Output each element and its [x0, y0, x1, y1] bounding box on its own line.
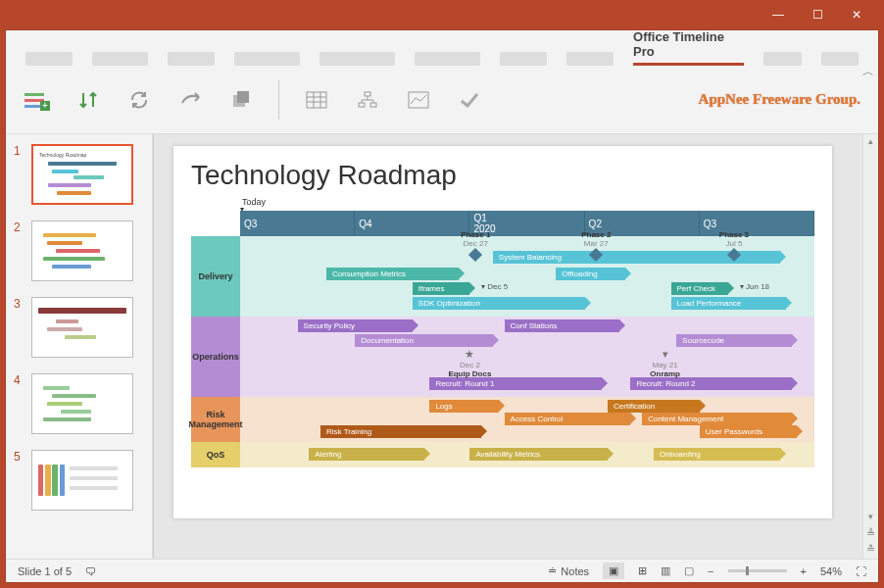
- ribbon-tab-placeholder[interactable]: [168, 52, 215, 66]
- ribbon-tab-placeholder[interactable]: [500, 52, 547, 66]
- status-bar: Slide 1 of 5 🗨 ≐ Notes ▣ ⊞ ▥ ▢ − + 54% ⛶: [6, 559, 878, 582]
- task-bar[interactable]: Recruit: Round 2: [630, 377, 791, 390]
- ribbon-tab-placeholder[interactable]: [25, 52, 73, 66]
- swimlane-body[interactable]: AlertingAvailability MetricsOnboarding: [240, 442, 814, 467]
- ribbon-tab-placeholder[interactable]: [415, 52, 480, 66]
- task-bar[interactable]: Risk Training: [320, 425, 481, 438]
- hierarchy-icon[interactable]: [354, 86, 381, 114]
- collapse-ribbon-icon[interactable]: ︿: [862, 64, 874, 80]
- task-annotation: ▾ Jun 18: [740, 282, 769, 291]
- task-bar[interactable]: Iframes: [413, 282, 470, 295]
- svg-rect-12: [365, 92, 370, 96]
- sync-icon[interactable]: [125, 86, 153, 114]
- thumbnail-5[interactable]: 5: [14, 450, 144, 511]
- task-bar[interactable]: Sourcecode: [676, 334, 791, 347]
- ribbon-toolbar: + AppNee Freeware Group. ︿: [6, 66, 878, 134]
- task-bar[interactable]: Onboarding: [654, 448, 780, 461]
- slide-editor[interactable]: Technology Roadmap Today ▾ Q3Q4Q12020Q2Q…: [153, 134, 878, 559]
- comments-icon[interactable]: 🗨: [85, 565, 96, 577]
- thumbnail-preview[interactable]: [31, 297, 133, 358]
- swimlane-risk: Risk Management LogsCertificationAccess …: [191, 397, 814, 442]
- slide-canvas[interactable]: Technology Roadmap Today ▾ Q3Q4Q12020Q2Q…: [173, 146, 832, 518]
- slideshow-icon[interactable]: ▢: [684, 564, 694, 577]
- task-bar[interactable]: Consumption Metrics: [326, 268, 459, 280]
- task-bar[interactable]: Recruit: Round 1: [429, 377, 602, 390]
- task-bar[interactable]: Logs: [429, 400, 498, 413]
- brand-watermark: AppNee Freeware Group.: [699, 91, 860, 108]
- thumbnail-preview[interactable]: [31, 450, 133, 511]
- svg-rect-7: [307, 92, 326, 108]
- thumbnail-2[interactable]: 2: [14, 220, 144, 281]
- zoom-slider[interactable]: [728, 569, 787, 572]
- ribbon-separator: [278, 80, 279, 120]
- ribbon-tab-office-timeline[interactable]: Office Timeline Pro: [633, 29, 744, 66]
- ribbon-tab-placeholder[interactable]: [566, 52, 614, 66]
- close-button[interactable]: ✕: [837, 3, 876, 26]
- swimlane-delivery: Delivery System BalancingConsumption Met…: [191, 236, 814, 317]
- vertical-scrollbar[interactable]: ▴ ▾ ≜ ≛: [862, 134, 878, 559]
- task-bar[interactable]: Alerting: [309, 448, 423, 461]
- slide-title[interactable]: Technology Roadmap: [191, 160, 814, 191]
- table-icon[interactable]: [303, 86, 330, 114]
- milestone[interactable]: Phase 3Jul 5: [710, 230, 759, 262]
- new-timeline-icon[interactable]: +: [24, 86, 51, 114]
- zoom-out-button[interactable]: −: [708, 565, 713, 577]
- thumbnail-number: 4: [14, 373, 25, 387]
- zoom-level[interactable]: 54%: [820, 565, 842, 577]
- thumbnail-preview[interactable]: [31, 373, 133, 434]
- sort-icon[interactable]: [74, 86, 102, 114]
- swimlane-body[interactable]: LogsCertificationAccess ControlContent M…: [240, 397, 814, 442]
- thumbnail-3[interactable]: 3: [14, 297, 144, 358]
- swimlane-body[interactable]: System BalancingConsumption MetricsOfflo…: [240, 236, 814, 317]
- milestone[interactable]: Phase 2Mar 27: [571, 230, 620, 262]
- ribbon-tab-placeholder[interactable]: [763, 52, 801, 66]
- thumbnail-number: 5: [14, 450, 25, 464]
- minimize-button[interactable]: —: [759, 3, 798, 26]
- today-marker-label: Today: [242, 197, 814, 207]
- task-annotation: ▾ Dec 5: [481, 282, 508, 291]
- task-bar[interactable]: Certification: [608, 400, 700, 413]
- task-bar[interactable]: Offloading: [556, 268, 624, 280]
- ribbon-tab-placeholder[interactable]: [319, 52, 395, 66]
- task-bar[interactable]: Security Policy: [298, 319, 413, 332]
- ribbon-tab-placeholder[interactable]: [821, 52, 859, 66]
- task-bar[interactable]: User Passwords: [700, 425, 798, 438]
- milestone-mark[interactable]: ★Dec 2Equip Docs: [440, 348, 499, 378]
- sorter-view-icon[interactable]: ⊞: [638, 564, 647, 577]
- fit-window-icon[interactable]: ⛶: [856, 565, 866, 577]
- milestone[interactable]: Phase 1Dec 27: [451, 230, 500, 262]
- zoom-in-button[interactable]: +: [801, 565, 807, 577]
- task-bar[interactable]: Availability Metrics: [469, 448, 608, 461]
- swimlane-body[interactable]: Security PolicyConf StationsDocumentatio…: [240, 317, 814, 397]
- copy-icon[interactable]: [227, 86, 255, 114]
- milestone-mark[interactable]: ▾May 21Onramp: [636, 348, 695, 378]
- task-bar[interactable]: SDK Optimization: [413, 297, 585, 310]
- swimlane-label: QoS: [191, 442, 240, 467]
- task-bar[interactable]: Access Control: [505, 413, 631, 425]
- thumbnail-1[interactable]: 1 Technology Roadmap: [14, 144, 144, 205]
- chart-icon[interactable]: [405, 86, 432, 114]
- slide-thumbnail-panel: 1 Technology Roadmap 2: [6, 134, 153, 559]
- ribbon-tab-placeholder[interactable]: [92, 52, 149, 66]
- timeline-column: Q3: [240, 211, 355, 236]
- ribbon-tabs: Office Timeline Pro: [6, 30, 878, 66]
- accept-icon[interactable]: [456, 86, 483, 114]
- ribbon-tab-placeholder[interactable]: [234, 52, 300, 66]
- task-bar[interactable]: Content Management: [642, 413, 791, 425]
- task-bar[interactable]: Documentation: [355, 334, 493, 347]
- thumbnail-number: 3: [14, 297, 25, 311]
- thumbnail-preview[interactable]: [31, 220, 133, 281]
- thumbnail-4[interactable]: 4: [14, 373, 144, 434]
- workarea: 1 Technology Roadmap 2: [6, 134, 878, 559]
- task-bar[interactable]: Perf Check: [671, 282, 729, 295]
- share-icon[interactable]: [176, 86, 204, 114]
- normal-view-icon[interactable]: ▣: [603, 563, 624, 579]
- task-bar[interactable]: Load Performance: [671, 297, 786, 310]
- thumbnail-number: 2: [14, 220, 25, 234]
- thumbnail-number: 1: [14, 144, 25, 158]
- task-bar[interactable]: Conf Stations: [505, 319, 619, 332]
- notes-button[interactable]: ≐ Notes: [548, 564, 589, 577]
- thumbnail-preview[interactable]: Technology Roadmap: [31, 144, 133, 205]
- reading-view-icon[interactable]: ▥: [661, 564, 670, 577]
- maximize-button[interactable]: ☐: [798, 3, 837, 26]
